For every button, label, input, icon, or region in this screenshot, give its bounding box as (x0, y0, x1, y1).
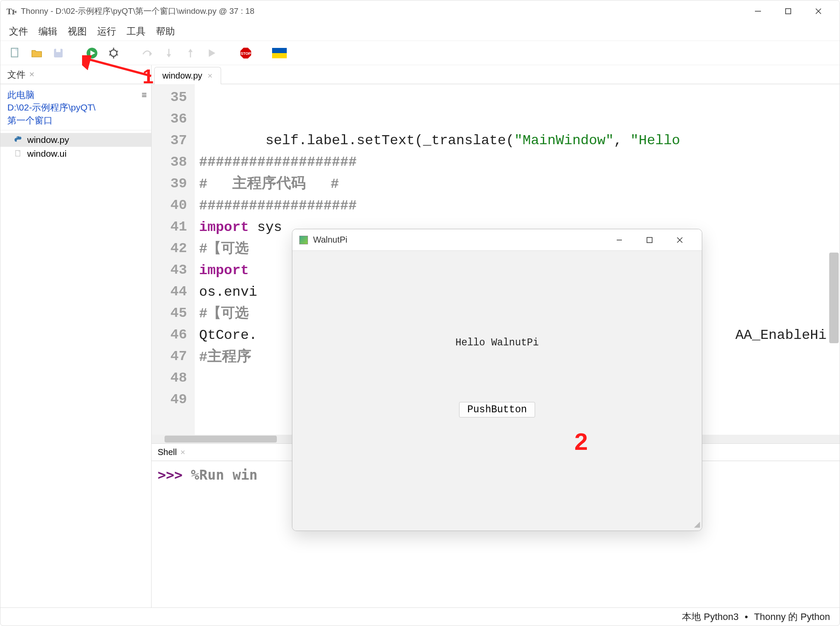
menu-tools[interactable]: 工具 (127, 25, 146, 38)
svg-marker-19 (167, 54, 171, 57)
sidebar: 文件 ✕ 此电脑 D:\02-示例程序\pyQT\ 第一个窗口 ≡ window… (0, 65, 152, 607)
files-panel-tab[interactable]: 文件 ✕ (0, 65, 151, 84)
file-name: window.ui (27, 149, 67, 159)
menu-file[interactable]: 文件 (9, 25, 28, 38)
resize-grip-icon[interactable]: ◢ (694, 519, 700, 529)
python-icon (13, 135, 23, 145)
editor-tabs: window.py ✕ (152, 65, 840, 84)
statusbar: 本地 Python3 • Thonny 的 Python (0, 607, 840, 626)
status-sep: • (745, 611, 748, 623)
tab-window-py[interactable]: window.py ✕ (154, 67, 221, 84)
file-row[interactable]: window.ui (0, 147, 151, 161)
path-line2: D:\02-示例程序\pyQT\ (7, 101, 144, 114)
close-icon[interactable]: ✕ (207, 72, 213, 80)
step-out-icon[interactable] (183, 45, 198, 61)
titlebar: Tⱶ Thonny - D:\02-示例程序\pyQT\第一个窗口\window… (0, 0, 840, 22)
status-backend[interactable]: Thonny 的 Python (754, 610, 830, 623)
minimize-button[interactable] (743, 0, 773, 22)
debug-icon[interactable] (106, 45, 121, 61)
close-button[interactable] (803, 0, 834, 22)
svg-text:STOP: STOP (241, 51, 251, 55)
minimize-button[interactable] (604, 229, 634, 251)
maximize-button[interactable] (634, 229, 665, 251)
popup-title: WalnutPi (313, 235, 347, 245)
hello-label: Hello WalnutPi (455, 337, 539, 348)
step-into-icon[interactable] (161, 45, 177, 61)
menubar: 文件 编辑 视图 运行 工具 帮助 (0, 22, 840, 41)
menu-edit[interactable]: 编辑 (38, 25, 57, 38)
scrollbar-thumb[interactable] (165, 436, 277, 443)
scrollbar-thumb[interactable] (829, 253, 839, 343)
file-icon (13, 149, 23, 158)
flag-icon[interactable] (272, 45, 287, 61)
svg-marker-22 (209, 49, 216, 57)
svg-point-25 (17, 137, 18, 138)
app-icon (299, 236, 308, 244)
menu-run[interactable]: 运行 (97, 25, 116, 38)
annotation-1: 1 (143, 65, 154, 88)
tab-label: window.py (162, 71, 202, 81)
close-icon[interactable]: ✕ (29, 70, 35, 79)
step-over-icon[interactable] (139, 45, 155, 61)
app-icon: Tⱶ (6, 6, 16, 16)
svg-rect-1 (786, 9, 791, 14)
save-file-icon[interactable] (51, 45, 66, 61)
path-line1: 此电脑 (7, 89, 144, 101)
window-title: Thonny - D:\02-示例程序\pyQT\第一个窗口\window.py… (21, 6, 254, 17)
status-interpreter[interactable]: 本地 Python3 (682, 610, 739, 623)
open-file-icon[interactable] (29, 45, 44, 61)
annotation-2: 2 (574, 427, 588, 455)
files-panel-label: 文件 (7, 69, 25, 81)
popup-body: Hello WalnutPi PushButton ◢ (292, 251, 702, 531)
file-name: window.py (27, 135, 69, 145)
push-button[interactable]: PushButton (459, 402, 535, 417)
menu-view[interactable]: 视图 (68, 25, 87, 38)
close-icon[interactable]: ✕ (180, 449, 186, 456)
menu-help[interactable]: 帮助 (156, 25, 175, 38)
shell-command: %Run win (191, 467, 257, 483)
new-file-icon[interactable] (7, 45, 23, 61)
svg-rect-31 (647, 237, 652, 243)
path-line3: 第一个窗口 (7, 114, 144, 126)
run-icon[interactable] (84, 45, 100, 61)
svg-rect-7 (56, 49, 60, 52)
file-row[interactable]: window.py (0, 133, 151, 147)
file-tree: window.py window.ui (0, 130, 151, 607)
path-breadcrumb[interactable]: 此电脑 D:\02-示例程序\pyQT\ 第一个窗口 ≡ (0, 84, 151, 130)
svg-point-10 (111, 50, 117, 56)
popup-titlebar[interactable]: WalnutPi (292, 229, 702, 251)
hamburger-icon[interactable]: ≡ (142, 89, 147, 101)
stop-icon[interactable]: STOP (238, 45, 254, 61)
close-button[interactable] (665, 229, 695, 251)
svg-marker-21 (188, 49, 193, 52)
walnutpi-window: WalnutPi Hello WalnutPi PushButton ◢ (292, 229, 702, 531)
shell-prompt: >>> (158, 467, 183, 483)
toolbar: STOP (0, 41, 840, 65)
resume-icon[interactable] (204, 45, 220, 61)
shell-label: Shell (158, 447, 177, 457)
maximize-button[interactable] (773, 0, 803, 22)
line-gutter: 353637383940414243444546474849 (152, 84, 195, 435)
